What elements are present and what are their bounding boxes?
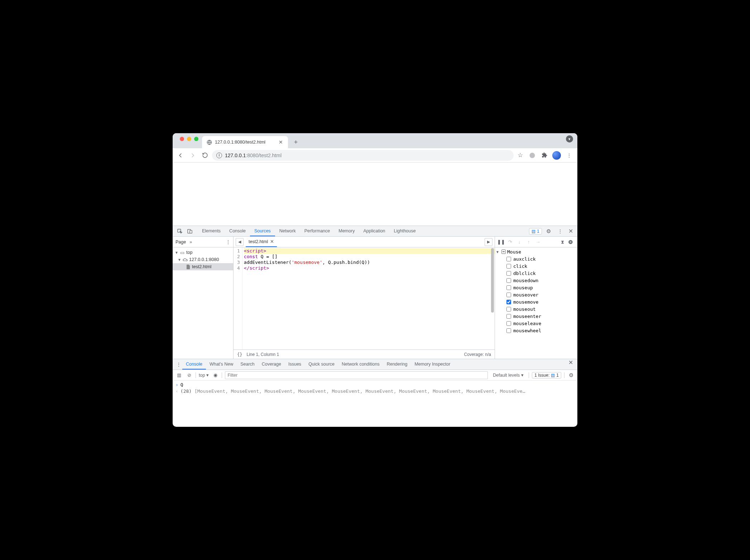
breakpoint-checkbox[interactable] [506, 285, 511, 290]
drawer-tab-quicksource[interactable]: Quick source [305, 359, 338, 370]
breakpoint-category-mouse[interactable]: ▼ Mouse [496, 248, 576, 255]
toggle-debugger-button[interactable]: ▶ [485, 238, 492, 246]
breakpoint-checkbox[interactable] [506, 293, 511, 297]
drawer-tab-coverage[interactable]: Coverage [258, 359, 285, 370]
drawer-tab-rendering[interactable]: Rendering [383, 359, 411, 370]
close-window-button[interactable] [180, 137, 184, 141]
breakpoint-item[interactable]: click [496, 262, 576, 270]
minimize-window-button[interactable] [187, 137, 191, 141]
tab-network[interactable]: Network [275, 226, 300, 236]
step-out-button[interactable]: ↑ [525, 239, 532, 245]
navigator-tab-page[interactable]: Page [176, 240, 186, 245]
breakpoint-item[interactable]: mouseenter [496, 313, 576, 320]
profile-avatar[interactable] [552, 151, 561, 160]
tree-file[interactable]: test2.html [173, 263, 233, 270]
breakpoint-item[interactable]: mouseup [496, 284, 576, 291]
address-bar[interactable]: i 127.0.0.1:8080/test2.html [212, 150, 514, 161]
device-toolbar-button[interactable] [185, 226, 195, 236]
breakpoint-item[interactable]: auxclick [496, 255, 576, 262]
extensions-icon[interactable] [540, 151, 549, 160]
breakpoint-item[interactable]: mousedown [496, 277, 576, 284]
breakpoint-checkbox[interactable] [506, 257, 511, 261]
tab-performance[interactable]: Performance [300, 226, 335, 236]
tab-sources[interactable]: Sources [250, 226, 275, 236]
drawer-tabbar: ⋮ Console What's New Search Coverage Iss… [173, 359, 577, 370]
breakpoint-item[interactable]: mouseout [496, 305, 576, 313]
drawer-tab-whatsnew[interactable]: What's New [206, 359, 237, 370]
breakpoint-item[interactable]: mousewheel [496, 327, 576, 334]
back-button[interactable] [176, 150, 186, 160]
deactivate-breakpoints-button[interactable]: ⧗ [559, 239, 566, 245]
drawer-menu-button[interactable]: ⋮ [175, 359, 182, 370]
step-into-button[interactable]: ↓ [516, 239, 523, 245]
execution-context-selector[interactable]: top▾ [199, 372, 209, 378]
live-expression-button[interactable]: ◉ [212, 372, 219, 378]
breakpoint-item[interactable]: mouseleave [496, 320, 576, 327]
pause-on-exceptions-button[interactable] [568, 240, 575, 245]
tab-application[interactable]: Application [359, 226, 389, 236]
console-sidebar-toggle[interactable]: ▥ [176, 372, 183, 378]
navigator-more-tabs[interactable]: » [189, 240, 192, 245]
breakpoint-checkbox[interactable] [506, 314, 511, 319]
tab-lighthouse[interactable]: Lighthouse [390, 226, 420, 236]
breakpoint-checkbox[interactable] [506, 271, 511, 276]
tab-elements[interactable]: Elements [198, 226, 225, 236]
forward-button[interactable] [188, 150, 198, 160]
message-icon: ▤ [532, 229, 535, 234]
issues-counter[interactable]: ▤ 1 [529, 228, 542, 235]
tree-origin[interactable]: ▼ 127.0.0.1:8080 [173, 256, 233, 263]
console-result-row[interactable]: ‹ (28) [MouseEvent, MouseEvent, MouseEve… [176, 388, 574, 394]
drawer-tab-issues[interactable]: Issues [285, 359, 305, 370]
inspect-element-button[interactable] [175, 226, 185, 236]
breakpoint-checkbox[interactable] [506, 278, 511, 283]
close-tab-button[interactable]: ✕ [278, 139, 284, 145]
editor-file-tab[interactable]: test2.html ✕ [246, 237, 277, 247]
chrome-menu-button[interactable]: ⋮ [564, 151, 573, 160]
devtools-close-button[interactable]: ✕ [566, 228, 575, 235]
new-tab-button[interactable]: + [291, 137, 301, 147]
step-button[interactable]: → [534, 239, 542, 245]
navigator-menu[interactable]: ⋮ [226, 239, 230, 245]
console-issues-chip[interactable]: 1 Issue: ▤ 1 [532, 372, 561, 378]
toggle-navigator-button[interactable]: ◀ [236, 238, 244, 246]
breakpoint-item[interactable]: mousemove [496, 298, 576, 305]
breakpoint-item[interactable]: dblclick [496, 270, 576, 277]
log-levels-selector[interactable]: Default levels▾ [491, 372, 526, 378]
drawer-close-button[interactable]: ✕ [566, 359, 575, 370]
globe-grey-icon[interactable] [528, 151, 537, 160]
breakpoint-item[interactable]: mouseover [496, 291, 576, 298]
drawer-tab-console[interactable]: Console [182, 359, 206, 370]
pretty-print-button[interactable]: {} [237, 352, 242, 357]
tab-console[interactable]: Console [225, 226, 250, 236]
site-info-icon[interactable]: i [216, 153, 222, 158]
browser-tab[interactable]: 127.0.0.1:8080/test2.html ✕ [202, 136, 288, 148]
step-over-button[interactable]: ↷ [506, 239, 514, 245]
zoom-window-button[interactable] [194, 137, 198, 141]
bookmark-star-icon[interactable]: ☆ [516, 151, 524, 160]
breakpoint-checkbox[interactable] [506, 328, 511, 333]
clear-console-button[interactable]: ⊘ [186, 372, 193, 378]
pause-button[interactable]: ❚❚ [497, 239, 504, 245]
category-checkbox-mixed[interactable] [501, 250, 506, 254]
breakpoint-checkbox[interactable] [506, 300, 511, 304]
drawer-tab-netcond[interactable]: Network conditions [338, 359, 383, 370]
breakpoint-checkbox[interactable] [506, 307, 511, 312]
code-area[interactable]: 1 2 3 4 <script> const Q = [] addEventLi… [234, 247, 495, 349]
drawer-tab-search[interactable]: Search [237, 359, 258, 370]
tree-top-frame[interactable]: ▼ ▭ top [173, 249, 233, 256]
editor-scrollbar[interactable] [491, 248, 494, 313]
console-output[interactable]: › Q ‹ (28) [MouseEvent, MouseEvent, Mous… [173, 381, 577, 427]
console-settings-button[interactable]: ⚙ [567, 372, 574, 378]
svg-point-5 [568, 240, 572, 244]
breakpoint-checkbox[interactable] [506, 321, 511, 326]
console-filter-input[interactable] [225, 371, 488, 379]
devtools-settings-button[interactable]: ⚙ [543, 228, 553, 235]
reload-button[interactable] [200, 150, 210, 160]
tab-memory[interactable]: Memory [334, 226, 359, 236]
code-text[interactable]: <script> const Q = [] addEventListener('… [242, 247, 495, 349]
breakpoint-checkbox[interactable] [506, 264, 511, 269]
drawer-tab-meminspector[interactable]: Memory Inspector [411, 359, 454, 370]
devtools-menu-button[interactable]: ⋮ [555, 228, 565, 234]
tab-search-button[interactable]: ▾ [566, 135, 573, 143]
close-file-button[interactable]: ✕ [270, 239, 274, 244]
